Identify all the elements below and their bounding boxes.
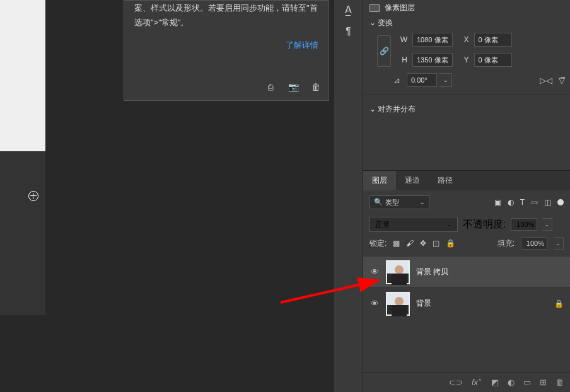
chevron-down-icon: ⌄ [369,105,376,113]
layer-row[interactable]: 👁 背景 拷贝 [363,256,570,287]
new-layer-icon[interactable]: ⊞ [540,378,547,387]
tooltip-text: 案、样式以及形状。若要启用同步功能，请转至"首选项">"常规"。 [134,1,318,30]
tab-channels[interactable]: 通道 [396,171,429,190]
rotation-input[interactable]: 0.00° [407,73,437,87]
chevron-down-icon: ⌄ [447,221,452,228]
layer-thumbnail[interactable] [386,292,410,316]
save-library-icon[interactable]: ⎙ [264,79,277,95]
link-dimensions-icon[interactable]: 🔗 [377,35,391,67]
filter-type-icon[interactable]: T [520,198,525,207]
layer-list: 👁 背景 拷贝 👁 背景 🔒 [363,256,570,319]
width-input[interactable]: 1080 像素 [412,33,453,47]
collapsed-panel-dock[interactable]: A̲ ¶ [334,0,363,392]
tab-layers[interactable]: 图层 [363,171,396,190]
paragraph-panel-icon[interactable]: ¶ [334,21,363,42]
link-layers-icon[interactable]: ⊂⊃ [449,378,463,387]
width-label: W [396,35,407,44]
filter-kind-select[interactable]: 🔍类型 ⌄ [369,195,429,209]
search-icon: 🔍 [374,198,383,207]
chevron-down-icon: ⌄ [420,199,425,205]
panel-tabs: 图层 通道 路径 [363,171,570,190]
height-label: H [396,55,407,64]
delete-layer-icon[interactable]: 🗑 [555,378,564,387]
lock-move-icon[interactable]: ✥ [420,239,426,248]
filter-pixel-icon[interactable]: ▣ [494,198,501,207]
camera-icon[interactable]: 📷 [287,79,300,95]
opacity-dropdown[interactable]: ⌄ [542,218,552,231]
layers-bottom-toolbar: ⊂⊃ fx˅ ◩ ◐ ▭ ⊞ 🗑 [363,372,570,392]
y-input[interactable]: 0 像素 [474,53,512,67]
blend-mode-select[interactable]: 正常 ⌄ [369,217,458,232]
tab-paths[interactable]: 路径 [429,171,462,190]
lock-artboard-icon[interactable]: ◫ [433,239,439,248]
chevron-down-icon: ⌄ [369,18,376,27]
y-label: Y [458,55,469,64]
mask-icon[interactable]: ◩ [491,378,499,387]
group-icon[interactable]: ▭ [523,378,531,387]
lock-label: 锁定: [369,238,387,249]
filter-toggle[interactable] [557,199,564,205]
filter-adjustment-icon[interactable]: ◐ [508,198,514,207]
layer-thumbnail[interactable] [386,260,410,284]
opacity-label: 不透明度: [463,218,506,231]
lock-brush-icon[interactable]: 🖌 [406,239,414,248]
pixel-layer-label: 像素图层 [385,3,415,13]
flip-vertical-icon[interactable]: ▽̅ [559,76,565,85]
lock-transparency-icon[interactable]: ▩ [393,239,400,248]
lock-icon: 🔒 [554,299,564,308]
learn-more-link[interactable]: 了解详情 [134,30,318,52]
fill-input[interactable]: 100% [521,237,547,250]
document-visible-region[interactable] [0,0,45,315]
crosshair-cursor [28,191,38,201]
flip-horizontal-icon[interactable]: ▷◁ [540,76,552,85]
layers-panel: 图层 通道 路径 🔍类型 ⌄ ▣ ◐ T ▭ ◫ 正常 ⌄ 不透明度: 100%… [363,170,570,392]
visibility-toggle-icon[interactable]: 👁 [369,267,380,277]
x-label: X [458,35,469,44]
pixel-layer-icon [369,4,380,12]
height-input[interactable]: 1350 像素 [412,53,453,67]
character-panel-icon[interactable]: A̲ [334,0,363,21]
layer-name[interactable]: 背景 拷贝 [416,267,448,277]
fill-label: 填充: [497,238,515,249]
adjustment-icon[interactable]: ◐ [508,378,515,387]
trash-icon[interactable]: 🗑 [310,79,322,95]
angle-icon: ⊿ [393,76,400,85]
rotation-dropdown[interactable]: ⌄ [439,73,452,87]
lock-all-icon[interactable]: 🔒 [446,239,455,248]
visibility-toggle-icon[interactable]: 👁 [369,299,380,308]
fx-icon[interactable]: fx˅ [472,378,482,387]
sync-hint-tooltip: 案、样式以及形状。若要启用同步功能，请转至"首选项">"常规"。 了解详情 ⎙ … [124,0,329,101]
transform-section-header[interactable]: ⌄ 变换 [363,16,570,30]
fill-dropdown[interactable]: ⌄ [554,237,564,250]
filter-smartobj-icon[interactable]: ◫ [544,198,551,207]
x-input[interactable]: 0 像素 [474,33,512,47]
filter-shape-icon[interactable]: ▭ [531,198,538,207]
layer-row[interactable]: 👁 背景 🔒 [363,287,570,319]
opacity-input[interactable]: 100% [511,218,537,231]
align-section-header[interactable]: ⌄ 对齐并分布 [363,95,570,117]
layer-name[interactable]: 背景 [416,298,431,309]
